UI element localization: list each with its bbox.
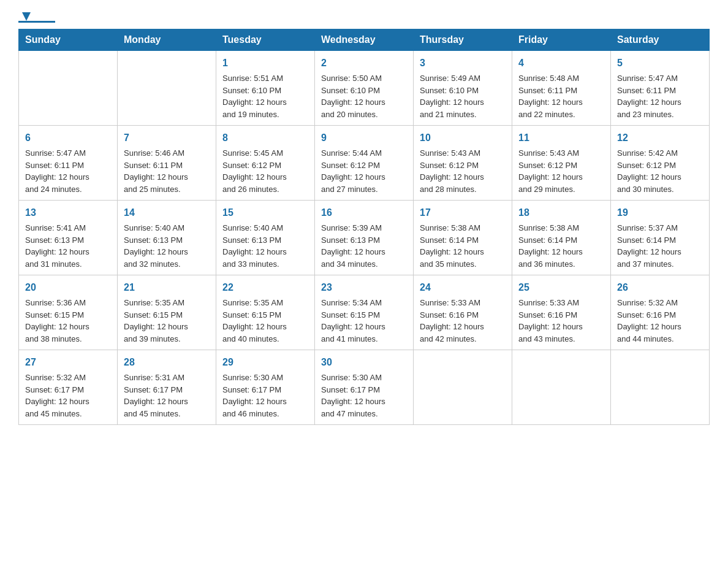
calendar-cell: 9Sunrise: 5:44 AM Sunset: 6:12 PM Daylig… — [315, 126, 414, 201]
weekday-header-sunday: Sunday — [19, 29, 118, 51]
calendar-cell: 13Sunrise: 5:41 AM Sunset: 6:13 PM Dayli… — [19, 201, 118, 275]
day-number: 25 — [518, 280, 604, 295]
day-number: 27 — [25, 355, 111, 370]
calendar-cell: 21Sunrise: 5:35 AM Sunset: 6:15 PM Dayli… — [118, 275, 216, 350]
day-number: 16 — [321, 205, 407, 220]
calendar-cell: 11Sunrise: 5:43 AM Sunset: 6:12 PM Dayli… — [512, 126, 611, 201]
day-number: 22 — [222, 280, 308, 295]
calendar-cell: 12Sunrise: 5:42 AM Sunset: 6:12 PM Dayli… — [611, 126, 710, 201]
calendar-week-row: 13Sunrise: 5:41 AM Sunset: 6:13 PM Dayli… — [19, 201, 710, 275]
calendar-cell — [414, 350, 512, 425]
calendar-cell — [512, 350, 611, 425]
day-number: 24 — [420, 280, 506, 295]
calendar-cell: 1Sunrise: 5:51 AM Sunset: 6:10 PM Daylig… — [216, 51, 315, 126]
day-info: Sunrise: 5:46 AM Sunset: 6:11 PM Dayligh… — [124, 147, 210, 195]
day-number: 11 — [518, 131, 604, 145]
day-info: Sunrise: 5:40 AM Sunset: 6:13 PM Dayligh… — [222, 222, 308, 270]
logo — [18, 12, 58, 23]
day-info: Sunrise: 5:47 AM Sunset: 6:11 PM Dayligh… — [25, 147, 111, 195]
calendar-cell — [611, 350, 710, 425]
day-number: 20 — [25, 280, 111, 295]
day-info: Sunrise: 5:47 AM Sunset: 6:11 PM Dayligh… — [617, 72, 703, 120]
calendar-cell — [118, 51, 216, 126]
calendar-cell: 28Sunrise: 5:31 AM Sunset: 6:17 PM Dayli… — [118, 350, 216, 425]
day-info: Sunrise: 5:49 AM Sunset: 6:10 PM Dayligh… — [420, 72, 506, 120]
weekday-header-friday: Friday — [512, 29, 611, 51]
calendar-cell: 25Sunrise: 5:33 AM Sunset: 6:16 PM Dayli… — [512, 275, 611, 350]
calendar-cell: 29Sunrise: 5:30 AM Sunset: 6:17 PM Dayli… — [216, 350, 315, 425]
day-info: Sunrise: 5:35 AM Sunset: 6:15 PM Dayligh… — [222, 297, 308, 345]
calendar-cell: 16Sunrise: 5:39 AM Sunset: 6:13 PM Dayli… — [315, 201, 414, 275]
day-info: Sunrise: 5:37 AM Sunset: 6:14 PM Dayligh… — [617, 222, 703, 270]
weekday-header-wednesday: Wednesday — [315, 29, 414, 51]
day-number: 4 — [518, 56, 604, 71]
calendar-cell: 3Sunrise: 5:49 AM Sunset: 6:10 PM Daylig… — [414, 51, 512, 126]
day-number: 15 — [222, 205, 308, 220]
day-info: Sunrise: 5:32 AM Sunset: 6:17 PM Dayligh… — [25, 372, 111, 419]
calendar-cell: 23Sunrise: 5:34 AM Sunset: 6:15 PM Dayli… — [315, 275, 414, 350]
day-number: 13 — [25, 205, 111, 220]
calendar-week-row: 1Sunrise: 5:51 AM Sunset: 6:10 PM Daylig… — [19, 51, 710, 126]
calendar-cell: 8Sunrise: 5:45 AM Sunset: 6:12 PM Daylig… — [216, 126, 315, 201]
weekday-header-monday: Monday — [118, 29, 216, 51]
calendar-header-row: SundayMondayTuesdayWednesdayThursdayFrid… — [19, 29, 710, 51]
day-info: Sunrise: 5:36 AM Sunset: 6:15 PM Dayligh… — [25, 297, 111, 345]
calendar-table: SundayMondayTuesdayWednesdayThursdayFrid… — [18, 29, 710, 425]
day-info: Sunrise: 5:45 AM Sunset: 6:12 PM Dayligh… — [222, 147, 308, 195]
calendar-cell: 2Sunrise: 5:50 AM Sunset: 6:10 PM Daylig… — [315, 51, 414, 126]
day-info: Sunrise: 5:33 AM Sunset: 6:16 PM Dayligh… — [420, 297, 506, 345]
day-number: 28 — [124, 355, 210, 370]
day-info: Sunrise: 5:30 AM Sunset: 6:17 PM Dayligh… — [321, 372, 407, 419]
day-number: 2 — [321, 56, 407, 71]
day-number: 6 — [25, 131, 111, 145]
day-number: 10 — [420, 131, 506, 145]
weekday-header-thursday: Thursday — [414, 29, 512, 51]
calendar-cell: 30Sunrise: 5:30 AM Sunset: 6:17 PM Dayli… — [315, 350, 414, 425]
calendar-cell: 6Sunrise: 5:47 AM Sunset: 6:11 PM Daylig… — [19, 126, 118, 201]
day-number: 17 — [420, 205, 506, 220]
day-info: Sunrise: 5:43 AM Sunset: 6:12 PM Dayligh… — [420, 147, 506, 195]
calendar-cell: 10Sunrise: 5:43 AM Sunset: 6:12 PM Dayli… — [414, 126, 512, 201]
day-info: Sunrise: 5:39 AM Sunset: 6:13 PM Dayligh… — [321, 222, 407, 270]
day-info: Sunrise: 5:41 AM Sunset: 6:13 PM Dayligh… — [25, 222, 111, 270]
calendar-cell: 4Sunrise: 5:48 AM Sunset: 6:11 PM Daylig… — [512, 51, 611, 126]
svg-marker-0 — [22, 12, 31, 21]
day-number: 26 — [617, 280, 703, 295]
day-info: Sunrise: 5:35 AM Sunset: 6:15 PM Dayligh… — [124, 297, 210, 345]
calendar-cell: 20Sunrise: 5:36 AM Sunset: 6:15 PM Dayli… — [19, 275, 118, 350]
calendar-cell: 5Sunrise: 5:47 AM Sunset: 6:11 PM Daylig… — [611, 51, 710, 126]
day-info: Sunrise: 5:31 AM Sunset: 6:17 PM Dayligh… — [124, 372, 210, 419]
day-info: Sunrise: 5:30 AM Sunset: 6:17 PM Dayligh… — [222, 372, 308, 419]
day-info: Sunrise: 5:50 AM Sunset: 6:10 PM Dayligh… — [321, 72, 407, 120]
day-number: 29 — [222, 355, 308, 370]
calendar-cell — [19, 51, 118, 126]
page-header — [18, 12, 710, 23]
day-info: Sunrise: 5:44 AM Sunset: 6:12 PM Dayligh… — [321, 147, 407, 195]
calendar-cell: 14Sunrise: 5:40 AM Sunset: 6:13 PM Dayli… — [118, 201, 216, 275]
day-info: Sunrise: 5:33 AM Sunset: 6:16 PM Dayligh… — [518, 297, 604, 345]
day-info: Sunrise: 5:34 AM Sunset: 6:15 PM Dayligh… — [321, 297, 407, 345]
calendar-cell: 19Sunrise: 5:37 AM Sunset: 6:14 PM Dayli… — [611, 201, 710, 275]
calendar-week-row: 27Sunrise: 5:32 AM Sunset: 6:17 PM Dayli… — [19, 350, 710, 425]
day-number: 14 — [124, 205, 210, 220]
day-number: 7 — [124, 131, 210, 145]
day-number: 8 — [222, 131, 308, 145]
day-number: 1 — [222, 56, 308, 71]
calendar-cell: 26Sunrise: 5:32 AM Sunset: 6:16 PM Dayli… — [611, 275, 710, 350]
day-number: 21 — [124, 280, 210, 295]
calendar-cell: 15Sunrise: 5:40 AM Sunset: 6:13 PM Dayli… — [216, 201, 315, 275]
calendar-week-row: 20Sunrise: 5:36 AM Sunset: 6:15 PM Dayli… — [19, 275, 710, 350]
day-number: 12 — [617, 131, 703, 145]
day-number: 5 — [617, 56, 703, 71]
calendar-week-row: 6Sunrise: 5:47 AM Sunset: 6:11 PM Daylig… — [19, 126, 710, 201]
day-number: 3 — [420, 56, 506, 71]
calendar-cell: 18Sunrise: 5:38 AM Sunset: 6:14 PM Dayli… — [512, 201, 611, 275]
day-number: 9 — [321, 131, 407, 145]
day-info: Sunrise: 5:43 AM Sunset: 6:12 PM Dayligh… — [518, 147, 604, 195]
day-number: 23 — [321, 280, 407, 295]
weekday-header-tuesday: Tuesday — [216, 29, 315, 51]
day-info: Sunrise: 5:51 AM Sunset: 6:10 PM Dayligh… — [222, 72, 308, 120]
calendar-cell: 7Sunrise: 5:46 AM Sunset: 6:11 PM Daylig… — [118, 126, 216, 201]
calendar-cell: 22Sunrise: 5:35 AM Sunset: 6:15 PM Dayli… — [216, 275, 315, 350]
day-info: Sunrise: 5:42 AM Sunset: 6:12 PM Dayligh… — [617, 147, 703, 195]
